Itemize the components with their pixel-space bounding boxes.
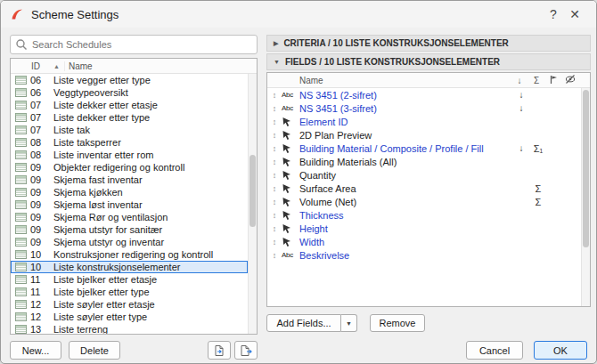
drag-handle-icon[interactable]: ↕ bbox=[267, 184, 282, 193]
schedule-list-item[interactable]: 10 Liste konstruksjonselementer bbox=[11, 261, 248, 273]
schedule-list-rows: 06 Liste vegger etter type 06 Veggtypeov… bbox=[11, 74, 248, 334]
schedule-list-item[interactable]: 10 Konstruksjoner redigering og kontroll bbox=[11, 248, 248, 261]
schedule-list-item[interactable]: 09 Objekter redigering og kontroll bbox=[11, 161, 248, 174]
schedule-list-item[interactable]: 06 Veggtypeoversikt bbox=[11, 86, 248, 99]
scheme-settings-dialog: Scheme Settings ? ✕ ID ▲ Name 06 bbox=[0, 0, 597, 364]
schedule-list-item[interactable]: 06 Liste vegger etter type bbox=[11, 74, 248, 86]
schedule-icon bbox=[11, 238, 30, 247]
drag-handle-icon[interactable]: ↕ bbox=[267, 224, 282, 233]
title-bar: Scheme Settings ? ✕ bbox=[1, 1, 596, 28]
column-header-name[interactable]: Name bbox=[64, 61, 257, 71]
field-row[interactable]: ↕ Abc Element ID bbox=[267, 115, 581, 128]
field-row[interactable]: ↕ Abc Width bbox=[267, 235, 581, 248]
field-row[interactable]: ↕ Abc Building Materials (All) bbox=[267, 155, 581, 168]
parameter-field-icon bbox=[282, 183, 292, 194]
scrollbar-thumb[interactable] bbox=[583, 90, 589, 247]
drag-handle-icon[interactable]: ↕ bbox=[267, 238, 282, 247]
drag-handle-icon[interactable]: ↕ bbox=[267, 91, 282, 100]
field-sort-value[interactable]: ↓ bbox=[513, 103, 529, 113]
schedule-list-item[interactable]: 09 Skjema utstyr for sanitær bbox=[11, 223, 248, 236]
schedule-icon bbox=[11, 275, 30, 284]
field-sort-value[interactable]: ↓ bbox=[513, 90, 529, 100]
field-row[interactable]: ↕ Abc NS 3451 (3-sifret) ↓ bbox=[267, 101, 581, 115]
schedule-list-item[interactable]: 08 Liste taksperrer bbox=[11, 136, 248, 149]
field-sort-value[interactable]: ↓ bbox=[513, 143, 529, 153]
schedule-name: Liste inventar etter rom bbox=[53, 150, 248, 160]
field-row[interactable]: ↕ Abc NS 3451 (2-sifret) ↓ bbox=[267, 88, 581, 101]
drag-handle-icon[interactable]: ↕ bbox=[267, 144, 282, 153]
help-button[interactable]: ? bbox=[543, 7, 564, 21]
drag-handle-icon[interactable]: ↕ bbox=[267, 171, 282, 180]
export-scheme-button[interactable] bbox=[234, 341, 258, 360]
drag-handle-icon[interactable]: ↕ bbox=[267, 158, 282, 166]
search-input[interactable] bbox=[10, 35, 258, 54]
schedule-list-scrollbar[interactable] bbox=[248, 74, 257, 334]
close-button[interactable]: ✕ bbox=[564, 7, 585, 21]
schedule-list-item[interactable]: 11 Liste bjelker etter etasje bbox=[11, 273, 248, 286]
drag-handle-icon[interactable]: ↕ bbox=[267, 117, 282, 126]
schedule-list-item[interactable]: 12 Liste søyler etter etasje bbox=[11, 298, 248, 311]
drag-handle-icon[interactable]: ↕ bbox=[267, 211, 282, 220]
parameter-field-icon bbox=[282, 223, 292, 234]
schedule-icon bbox=[11, 163, 30, 172]
field-sum-value[interactable]: Σ bbox=[529, 183, 547, 194]
schedule-list-item[interactable]: 09 Skjema kjøkken bbox=[11, 186, 248, 198]
field-row[interactable]: ↕ Abc Beskrivelse bbox=[267, 248, 581, 262]
import-scheme-button[interactable] bbox=[208, 341, 231, 360]
column-header-id[interactable]: ID bbox=[30, 61, 53, 71]
parameter-field-icon bbox=[282, 130, 292, 141]
schedule-list-item[interactable]: 08 Liste inventar etter rom bbox=[11, 149, 248, 161]
drag-handle-icon[interactable]: ↕ bbox=[267, 131, 282, 140]
schedule-list-item[interactable]: 09 Skjema Rør og ventilasjon bbox=[11, 211, 248, 223]
schedule-name: Liste søyler etter type bbox=[53, 311, 248, 322]
schedule-list-item[interactable]: 07 Liste dekker etter etasje bbox=[11, 99, 248, 111]
schedule-id: 12 bbox=[30, 299, 53, 310]
field-row[interactable]: ↕ Abc Volume (Net) Σ bbox=[267, 195, 581, 208]
drag-handle-icon[interactable]: ↕ bbox=[267, 104, 282, 113]
field-row[interactable]: ↕ Abc Surface Area Σ bbox=[267, 182, 581, 195]
fields-column-name[interactable]: Name bbox=[299, 76, 511, 85]
field-row[interactable]: ↕ Abc Building Material / Composite / Pr… bbox=[267, 142, 581, 155]
scrollbar-thumb[interactable] bbox=[249, 155, 256, 228]
schedule-list-item[interactable]: 07 Liste tak bbox=[11, 124, 248, 136]
schedule-id: 09 bbox=[30, 187, 53, 198]
schedule-list-item[interactable]: 07 Liste dekker etter type bbox=[11, 111, 248, 124]
schedule-icon bbox=[11, 263, 30, 271]
new-button[interactable]: New... bbox=[10, 341, 61, 360]
field-row[interactable]: ↕ Abc 2D Plan Preview bbox=[267, 128, 581, 142]
schedule-name: Skjema kjøkken bbox=[53, 187, 248, 198]
remove-button[interactable]: Remove bbox=[370, 314, 425, 332]
field-row[interactable]: ↕ Abc Thickness bbox=[267, 208, 581, 222]
fields-section-header[interactable]: ▼ FIELDS / 10 LISTE KONSTRUKSJONSELEMENT… bbox=[266, 53, 591, 70]
schedule-list-item[interactable]: 09 Skjema fast inventar bbox=[11, 174, 248, 186]
field-sum-value[interactable]: Σ₁ bbox=[529, 143, 547, 154]
add-fields-button[interactable]: Add Fields... bbox=[266, 314, 341, 332]
add-fields-dropdown-button[interactable]: ▼ bbox=[341, 314, 357, 332]
schedule-list-item[interactable]: 11 Liste bjelker etter type bbox=[11, 286, 248, 298]
ok-button[interactable]: OK bbox=[534, 341, 587, 360]
delete-button[interactable]: Delete bbox=[69, 341, 120, 360]
sum-column-icon[interactable]: Σ bbox=[527, 76, 545, 85]
hide-column-icon[interactable] bbox=[561, 74, 579, 86]
fields-list-scrollbar[interactable] bbox=[581, 88, 590, 306]
field-row[interactable]: ↕ Abc Height bbox=[267, 222, 581, 235]
schedule-list-item[interactable]: 09 Skjema utstyr og inventar bbox=[11, 236, 248, 248]
schedule-name: Skjema løst inventar bbox=[53, 199, 248, 210]
field-type-icon: Abc bbox=[282, 183, 299, 194]
schedule-list-item[interactable]: 12 Liste søyler etter type bbox=[11, 311, 248, 323]
drag-handle-icon[interactable]: ↕ bbox=[267, 251, 282, 260]
criteria-section-header[interactable]: ▶ CRITERIA / 10 LISTE KONSTRUKSJONSELEME… bbox=[266, 35, 591, 52]
schedule-id: 08 bbox=[30, 137, 53, 148]
drag-handle-icon[interactable]: ↕ bbox=[267, 198, 282, 206]
field-type-icon: Abc bbox=[282, 210, 299, 221]
field-row[interactable]: ↕ Abc Quantity bbox=[267, 168, 581, 182]
field-name: NS 3451 (2-sifret) bbox=[299, 90, 513, 101]
schedule-list-item[interactable]: 09 Skjema løst inventar bbox=[11, 198, 248, 211]
text-field-icon: Abc bbox=[282, 251, 293, 259]
schedule-list-item[interactable]: 13 Liste terreng bbox=[11, 323, 248, 334]
cancel-button[interactable]: Cancel bbox=[466, 341, 523, 360]
sort-column-icon[interactable]: ↓ bbox=[511, 76, 527, 85]
field-sum-value[interactable]: Σ bbox=[529, 197, 547, 207]
schedule-name: Objekter redigering og kontroll bbox=[53, 162, 248, 173]
flag-column-icon[interactable] bbox=[545, 75, 561, 86]
